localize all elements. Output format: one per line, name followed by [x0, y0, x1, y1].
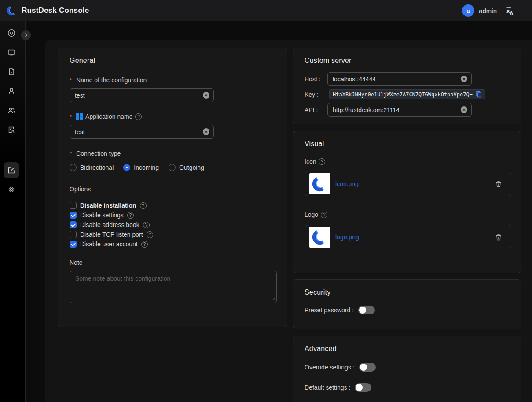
general-title: General — [70, 57, 275, 65]
required-asterisk: * — [70, 77, 72, 84]
help-icon[interactable]: ? — [143, 222, 150, 228]
icon-file-link[interactable]: icon.png — [335, 180, 490, 187]
preset-password-label: Preset password : — [305, 307, 354, 314]
option-disable-address-book[interactable]: Disable address book ? — [70, 221, 275, 228]
option-disable-settings[interactable]: Disable settings ? — [70, 212, 275, 219]
translate-icon[interactable]: x A — [505, 6, 514, 15]
options-label: Options — [70, 186, 275, 193]
logo-file-link[interactable]: logo.png — [335, 234, 490, 241]
sidebar-expand-button[interactable] — [21, 30, 31, 40]
checkbox-icon[interactable] — [70, 241, 77, 248]
host-input[interactable] — [332, 75, 458, 83]
help-icon[interactable]: ? — [147, 231, 153, 238]
options-list: Disable installation ? Disable settings … — [70, 202, 275, 248]
rustdesk-logo-icon — [6, 5, 18, 16]
user-icon — [7, 87, 16, 95]
logo-preview — [309, 227, 330, 248]
sidebar-item-custom-client[interactable] — [4, 162, 19, 178]
users-icon — [7, 106, 16, 115]
api-field: ✕ — [327, 103, 472, 117]
help-icon[interactable]: ? — [127, 212, 134, 219]
trash-icon[interactable] — [495, 234, 502, 241]
main-content: General * Name of the configuration ✕ * … — [45, 40, 532, 402]
app-title: RustDesk Console — [22, 6, 89, 15]
option-disable-installation[interactable]: Disable installation ? — [70, 202, 275, 209]
sidebar-item-sessions[interactable] — [4, 64, 19, 80]
logo-file-row: logo.png — [305, 225, 511, 249]
help-icon[interactable]: ? — [319, 158, 325, 165]
default-settings-row: Default settings : — [305, 383, 510, 392]
radio-bidirectional[interactable]: Bidirectional — [70, 164, 114, 171]
override-settings-toggle[interactable] — [359, 363, 376, 372]
checkbox-icon[interactable] — [70, 212, 77, 219]
sidebar — [0, 21, 26, 402]
logo-label-row: Logo ? — [305, 211, 510, 218]
help-icon[interactable]: ? — [135, 113, 142, 120]
required-asterisk: * — [70, 113, 72, 120]
app-name-input[interactable] — [74, 128, 200, 136]
visual-card: Visual Icon ? icon.png Logo — [293, 131, 521, 273]
clear-icon[interactable]: ✕ — [461, 106, 467, 113]
sidebar-item-dashboard[interactable] — [4, 25, 19, 41]
note-textarea[interactable] — [70, 271, 277, 303]
svg-text:A: A — [510, 11, 514, 15]
api-input[interactable] — [332, 106, 458, 114]
visual-title: Visual — [305, 140, 510, 148]
advanced-card: Advanced Override settings : Default set… — [293, 336, 521, 402]
document-icon — [7, 67, 16, 76]
connection-type-group: Bidirectional Incoming Outgoing — [70, 164, 275, 171]
help-icon[interactable]: ? — [140, 202, 147, 209]
sidebar-item-devices[interactable] — [4, 44, 19, 60]
checkbox-icon[interactable] — [70, 221, 77, 228]
advanced-title: Advanced — [305, 345, 510, 353]
security-card: Security Preset password : — [293, 279, 521, 329]
windows-icon — [76, 113, 83, 120]
radio-icon[interactable] — [70, 164, 77, 171]
username: admin — [479, 7, 497, 15]
clear-icon[interactable]: ✕ — [203, 92, 209, 99]
override-settings-row: Override settings : — [305, 363, 510, 372]
default-settings-label: Default settings : — [305, 384, 350, 391]
radio-icon[interactable] — [123, 164, 130, 171]
avatar[interactable]: a — [462, 4, 474, 17]
clear-icon[interactable]: ✕ — [461, 76, 467, 82]
settings-icon — [7, 185, 16, 194]
clear-icon[interactable]: ✕ — [203, 128, 209, 135]
top-bar: RustDesk Console a admin x A — [0, 0, 532, 21]
radio-outgoing[interactable]: Outgoing — [169, 164, 204, 171]
checkbox-icon[interactable] — [70, 231, 77, 238]
sidebar-item-users[interactable] — [4, 83, 19, 99]
radio-incoming[interactable]: Incoming — [123, 164, 159, 171]
monitor-icon — [7, 48, 16, 57]
icon-label-row: Icon ? — [305, 158, 510, 165]
preset-password-toggle[interactable] — [358, 306, 375, 314]
option-disable-tcp-listen-port[interactable]: Disable TCP listen port ? — [70, 231, 275, 238]
host-label: Host : — [305, 76, 327, 83]
user-menu[interactable]: a admin — [462, 4, 497, 17]
help-icon[interactable]: ? — [141, 241, 148, 248]
icon-preview — [309, 173, 330, 194]
smiley-icon — [7, 29, 16, 37]
host-field: ✕ — [327, 72, 472, 86]
sidebar-item-groups[interactable] — [4, 102, 19, 118]
edit-icon — [7, 166, 16, 175]
radio-icon[interactable] — [169, 164, 176, 171]
option-disable-user-account[interactable]: Disable user account ? — [70, 241, 275, 248]
sidebar-item-settings[interactable] — [4, 182, 19, 197]
default-settings-toggle[interactable] — [355, 383, 371, 392]
config-name-input[interactable] — [74, 91, 200, 99]
brand: RustDesk Console — [6, 5, 89, 16]
icon-label: Icon — [305, 158, 316, 165]
checkbox-icon[interactable] — [70, 202, 77, 209]
custom-server-card: Custom server Host : ✕ Key : HtaXBkJNHyn… — [293, 48, 521, 124]
help-icon[interactable]: ? — [321, 212, 327, 218]
copy-icon[interactable] — [476, 91, 482, 98]
security-title: Security — [305, 289, 510, 296]
sidebar-item-audit[interactable] — [4, 122, 19, 138]
audit-log-icon — [7, 125, 16, 134]
override-settings-label: Override settings : — [305, 364, 355, 371]
trash-icon[interactable] — [495, 180, 502, 188]
config-name-field: ✕ — [70, 88, 214, 102]
note-label: Note — [70, 259, 275, 266]
custom-server-title: Custom server — [305, 57, 510, 65]
